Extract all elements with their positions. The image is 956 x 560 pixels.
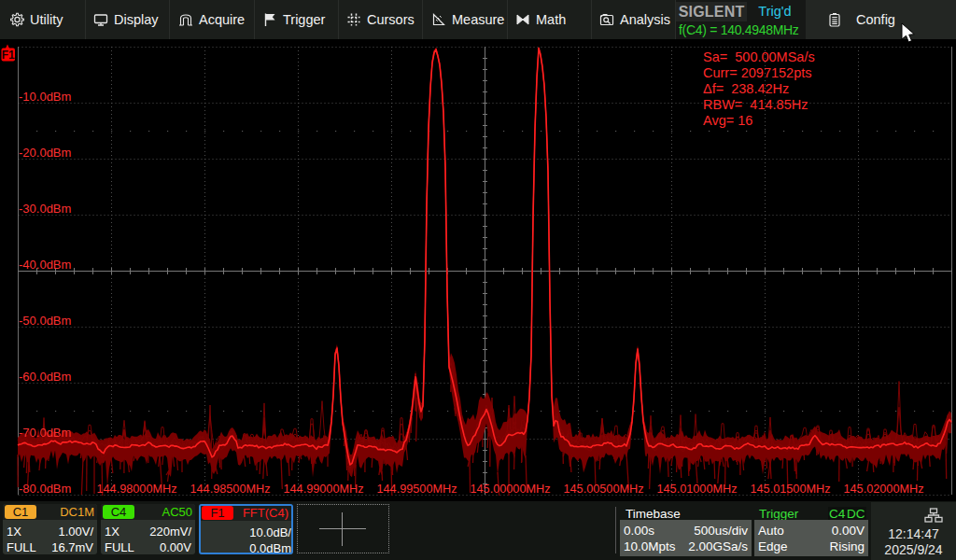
svg-text:-70.0dBm: -70.0dBm	[19, 426, 71, 440]
svg-text:-30.0dBm: -30.0dBm	[19, 202, 71, 216]
svg-text:144.98500MHz: 144.98500MHz	[190, 482, 271, 496]
svg-text:RBW= 414.85Hz: RBW= 414.85Hz	[703, 97, 808, 112]
svg-text:145.00500MHz: 145.00500MHz	[564, 482, 644, 496]
svg-text:-50.0dBm: -50.0dBm	[19, 314, 71, 328]
svg-text:Curr= 2097152pts: Curr= 2097152pts	[703, 65, 811, 80]
svg-text:-40.0dBm: -40.0dBm	[19, 258, 71, 272]
svg-text:144.99000MHz: 144.99000MHz	[284, 482, 364, 496]
svg-text:-60.0dBm: -60.0dBm	[19, 370, 71, 384]
svg-text:145.00000MHz: 145.00000MHz	[471, 482, 551, 496]
svg-text:145.01000MHz: 145.01000MHz	[657, 482, 738, 496]
svg-text:144.98000MHz: 144.98000MHz	[97, 482, 177, 496]
svg-text:-10.0dBm: -10.0dBm	[19, 90, 71, 104]
svg-text:145.01500MHz: 145.01500MHz	[751, 482, 831, 496]
svg-text:-80.0dBm: -80.0dBm	[19, 482, 71, 496]
svg-text:-20.0dBm: -20.0dBm	[19, 146, 71, 160]
svg-text:145.02000MHz: 145.02000MHz	[844, 482, 924, 496]
svg-text:Avg= 16: Avg= 16	[703, 113, 752, 128]
svg-text:144.99500MHz: 144.99500MHz	[377, 482, 457, 496]
svg-text:F1: F1	[2, 49, 15, 62]
svg-text:Δf= 238.42Hz: Δf= 238.42Hz	[703, 81, 789, 96]
svg-text:Sa= 500.00MSa/s: Sa= 500.00MSa/s	[703, 49, 815, 64]
